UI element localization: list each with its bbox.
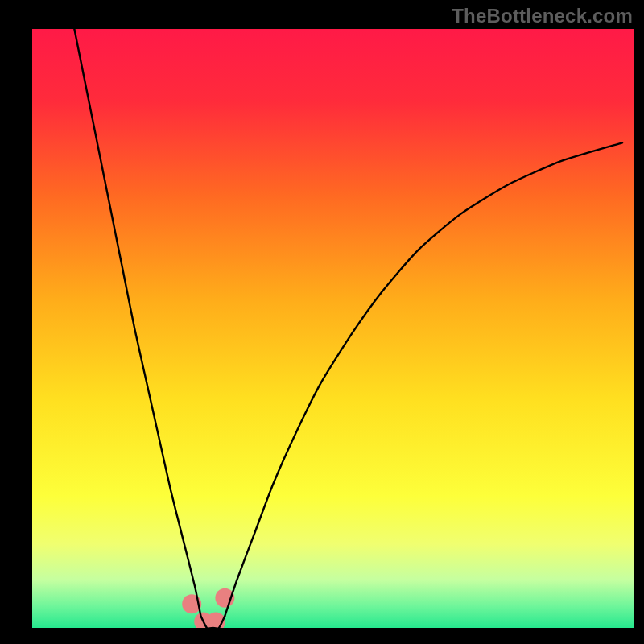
chart-outer-frame: TheBottleneck.com (0, 0, 644, 644)
bottleneck-chart (0, 0, 644, 644)
plot-background-gradient (32, 29, 634, 628)
watermark-text: TheBottleneck.com (452, 5, 633, 27)
